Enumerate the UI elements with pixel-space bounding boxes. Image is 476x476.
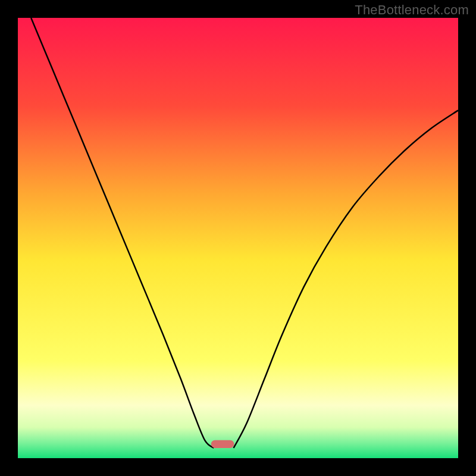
minimum-marker (211, 440, 234, 448)
watermark-text: TheBottleneck.com (355, 2, 469, 18)
bottleneck-chart (18, 18, 458, 458)
gradient-background (18, 18, 458, 458)
plot-area (18, 18, 458, 458)
